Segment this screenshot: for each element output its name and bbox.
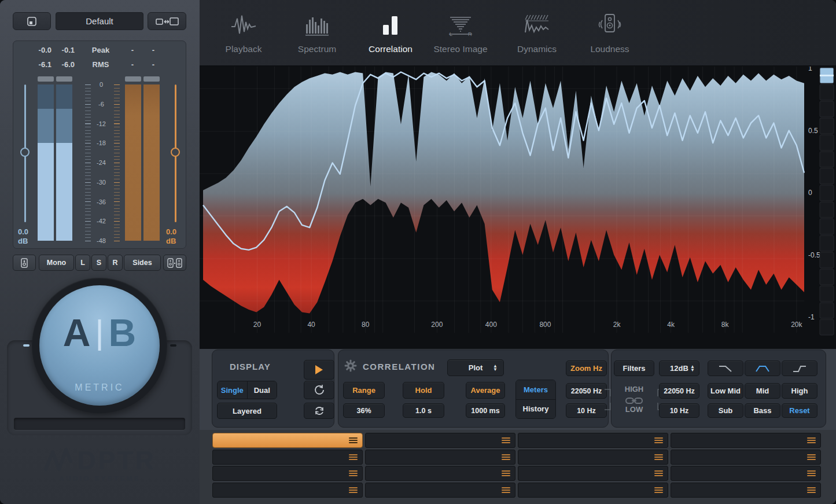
tab-dynamics[interactable]: Dynamics <box>502 10 572 60</box>
snapshot-menu-icon[interactable] <box>349 437 358 443</box>
snapshot-cell[interactable] <box>212 483 363 498</box>
snapshot-cell[interactable] <box>365 433 515 448</box>
zoom-high-value[interactable]: 22050 Hz <box>566 383 607 399</box>
snapshot-cell[interactable] <box>671 483 821 498</box>
svg-text:-0.5: -0.5 <box>808 251 820 259</box>
meter-cap <box>38 76 54 82</box>
band-high-button[interactable]: High <box>782 383 817 399</box>
snapshot-menu-icon[interactable] <box>502 437 510 443</box>
zoom-low-value[interactable]: 10 Hz <box>566 403 607 418</box>
play-button[interactable] <box>304 360 334 380</box>
snapshot-cell[interactable] <box>671 433 821 448</box>
hold-value[interactable]: 1.0 s <box>403 403 444 418</box>
range-value[interactable]: 36% <box>343 403 385 418</box>
snapshot-menu-icon[interactable] <box>807 454 816 460</box>
ab-knob-label: A|B <box>39 311 160 355</box>
snapshot-cell[interactable] <box>518 466 668 481</box>
snapshot-menu-icon[interactable] <box>502 454 510 460</box>
range-button[interactable]: Range <box>343 382 385 399</box>
snapshot-cell[interactable] <box>671 466 821 481</box>
snapshot-cell[interactable] <box>365 483 515 498</box>
snapshot-cell[interactable] <box>671 450 821 465</box>
dual-button[interactable]: Dual <box>248 381 277 399</box>
window-size-toggle[interactable] <box>148 12 186 30</box>
snapshot-menu-icon[interactable] <box>502 470 510 476</box>
band-mid-button[interactable]: Mid <box>745 383 780 399</box>
ab-loop-button[interactable] <box>304 403 334 419</box>
snapshot-menu-icon[interactable] <box>807 470 816 476</box>
lowpass-slope-button[interactable] <box>708 360 743 376</box>
scale-label: -42 <box>89 218 113 225</box>
snapshot-menu-icon[interactable] <box>807 487 816 493</box>
snapshot-cell[interactable] <box>212 433 363 448</box>
zoom-hz-button[interactable]: Zoom Hz <box>566 360 607 376</box>
snapshot-cell[interactable] <box>212 466 363 481</box>
snapshot-cell[interactable] <box>212 450 363 465</box>
snapshot-menu-icon[interactable] <box>807 437 816 443</box>
single-button[interactable]: Single <box>218 381 248 399</box>
reset-button[interactable]: Reset <box>782 403 817 418</box>
snapshot-menu-icon[interactable] <box>654 437 663 443</box>
snapshot-menu-icon[interactable] <box>654 470 663 476</box>
layered-button[interactable]: Layered <box>217 403 277 419</box>
fader-knob-left[interactable] <box>20 148 30 157</box>
average-button[interactable]: Average <box>466 382 505 399</box>
scale-label: -48 <box>89 237 113 244</box>
filter-low-value[interactable]: 10 Hz <box>659 403 699 418</box>
snapshot-menu-icon[interactable] <box>349 470 358 476</box>
hold-button[interactable]: Hold <box>403 382 444 399</box>
svg-text:800: 800 <box>539 321 551 329</box>
ab-knob[interactable]: A|B METRIC <box>32 278 167 413</box>
resize-button[interactable] <box>13 12 51 30</box>
sides-button[interactable]: Sides <box>124 255 161 271</box>
meters-button[interactable]: Meters <box>516 380 555 400</box>
correlation-plot[interactable]: 10.50-0.5-12040802004008002k4k8k20k <box>200 67 836 349</box>
playback-icon <box>231 13 256 38</box>
loop-button[interactable] <box>304 381 334 399</box>
snapshot-menu-icon[interactable] <box>349 487 358 493</box>
filter-high-value[interactable]: 22050 Hz <box>659 383 699 399</box>
snapshot-cell[interactable] <box>518 483 668 498</box>
correlation-gear-icon[interactable] <box>344 359 357 372</box>
snapshot-menu-icon[interactable] <box>654 454 663 460</box>
tab-spectrum[interactable]: Spectrum <box>282 10 352 60</box>
level-meter-left-r <box>56 84 72 241</box>
speaker-ab-button[interactable] <box>163 255 186 271</box>
loop-icon <box>314 385 325 395</box>
mode-dropdown[interactable]: Plot ▲▼ <box>447 359 504 376</box>
history-button[interactable]: History <box>516 400 555 419</box>
snapshot-cell[interactable] <box>365 450 515 465</box>
snapshot-menu-icon[interactable] <box>502 487 510 493</box>
filter-slope-stepper[interactable]: 12dB ▲▼ <box>659 360 699 376</box>
solo-button[interactable]: S <box>91 255 106 271</box>
right-button[interactable]: R <box>108 255 123 271</box>
stereo-image-icon: LR <box>448 13 473 38</box>
snapshot-menu-icon[interactable] <box>349 454 358 460</box>
slope-value: 12dB <box>670 364 688 373</box>
filters-button[interactable]: Filters <box>614 360 654 376</box>
left-button[interactable]: L <box>75 255 90 271</box>
svg-text:400: 400 <box>485 321 497 329</box>
mono-button[interactable]: Mono <box>39 255 74 271</box>
band-sub-button[interactable]: Sub <box>708 403 743 418</box>
preset-selector[interactable]: Default <box>56 12 143 30</box>
snapshot-cell[interactable] <box>518 433 668 448</box>
snapshot-cell[interactable] <box>518 450 668 465</box>
morph-slider[interactable] <box>14 418 185 430</box>
fader-knob-right[interactable] <box>171 148 180 157</box>
snapshot-menu-icon[interactable] <box>654 487 663 493</box>
peak-value-left: -0.0 <box>31 46 51 54</box>
highpass-slope-button[interactable] <box>782 360 817 376</box>
bandpass-slope-button[interactable] <box>745 360 780 376</box>
tab-loudness[interactable]: Loudness <box>575 10 645 60</box>
average-value[interactable]: 1000 ms <box>466 403 505 418</box>
tab-correlation[interactable]: Correlation <box>356 10 425 60</box>
svg-text:8k: 8k <box>721 321 730 329</box>
tab-stereo-image[interactable]: LR Stereo Image <box>426 10 495 60</box>
play-icon <box>315 365 323 374</box>
band-lowmid-button[interactable]: Low Mid <box>708 383 743 399</box>
snapshot-cell[interactable] <box>365 466 515 481</box>
band-bass-button[interactable]: Bass <box>745 403 780 418</box>
speaker-a-button[interactable] <box>13 255 36 271</box>
tab-playback[interactable]: Playback <box>209 10 278 60</box>
